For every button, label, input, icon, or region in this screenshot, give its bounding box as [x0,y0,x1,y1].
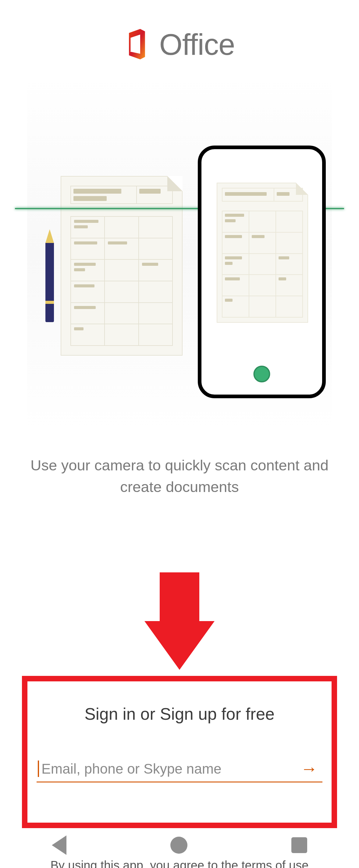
signin-input[interactable] [38,761,297,777]
annotation-arrow-icon [144,572,215,670]
office-logo-icon [124,29,150,61]
terms-link[interactable]: terms of use [242,859,309,868]
app-header: Office [0,0,359,62]
signin-field: → [36,760,323,782]
nav-recent-icon[interactable] [291,837,307,853]
brand-name: Office [159,27,234,62]
nav-home-icon[interactable] [170,837,187,854]
document-icon [61,176,183,355]
signin-title: Sign in or Sign up for free [84,704,275,724]
onboarding-illustration [27,77,332,430]
system-nav-bar [0,832,359,859]
pen-icon [46,229,54,323]
camera-shutter-icon [253,366,270,382]
phone-icon [198,146,326,398]
legal-text: By using this app, you agree to the term… [0,859,359,868]
nav-back-icon[interactable] [52,835,66,855]
legal-prefix: By using this app, you agree to the [50,859,241,868]
submit-arrow-icon[interactable]: → [297,760,321,777]
signin-panel: Sign in or Sign up for free → [22,676,337,828]
onboarding-caption: Use your camera to quickly scan content … [0,455,359,498]
